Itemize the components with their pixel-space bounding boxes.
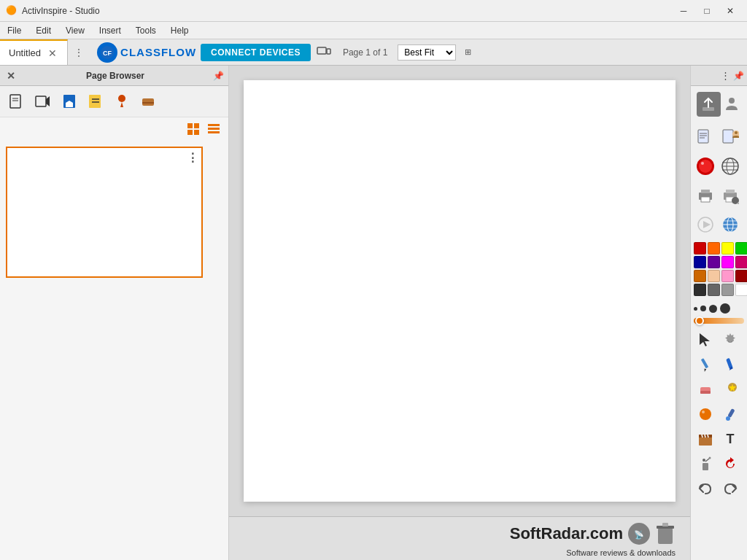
right-panel-header: ⋮ 📌 [691, 66, 747, 86]
list-view-button[interactable] [205, 120, 222, 138]
svg-marker-55 [703, 221, 711, 228]
device-icon [315, 44, 333, 61]
print-button[interactable] [694, 184, 717, 207]
dot-size-4[interactable] [720, 303, 730, 314]
eyedrop-tool[interactable] [719, 402, 742, 426]
color-lightpink[interactable] [721, 270, 734, 282]
color-row-3 [694, 270, 744, 282]
svg-rect-22 [208, 128, 220, 130]
menu-tools[interactable]: Tools [128, 22, 163, 39]
color-darkred[interactable] [735, 270, 747, 282]
undo-tool[interactable] [694, 477, 717, 500]
maximize-button[interactable]: □ [696, 4, 718, 18]
dot-size-1[interactable] [694, 307, 697, 311]
page-1-thumbnail[interactable]: ⋮ [6, 147, 203, 278]
minimize-button[interactable]: ─ [673, 4, 694, 18]
color-red[interactable] [694, 242, 706, 254]
opacity-slider[interactable] [694, 318, 744, 324]
menu-bar: File Edit View Insert Tools Help [0, 22, 747, 39]
ball-tool[interactable] [694, 402, 717, 426]
color-magenta[interactable] [721, 256, 734, 268]
rp-pin-icon[interactable]: 📌 [733, 71, 744, 81]
redo-tool[interactable] [719, 477, 742, 500]
settings-tool[interactable] [719, 328, 742, 351]
color-white[interactable] [735, 284, 747, 296]
color-brown[interactable] [694, 270, 706, 282]
play-button[interactable] [694, 213, 717, 236]
menu-help[interactable]: Help [163, 22, 196, 39]
tool-row-3 [694, 378, 744, 401]
tab-close-button[interactable]: ✕ [47, 47, 58, 59]
canvas-page[interactable] [244, 80, 676, 502]
marker-tool[interactable] [719, 353, 742, 376]
thumb-more-button[interactable]: ⋮ [187, 151, 198, 165]
color-yellow[interactable] [721, 242, 734, 254]
menu-file[interactable]: File [0, 22, 28, 39]
zoom-select[interactable]: Best Fit 50% 75% 100% 125% 150% [398, 44, 456, 61]
color-purple[interactable] [708, 256, 720, 268]
menu-view[interactable]: View [58, 22, 92, 39]
doc-icon[interactable] [694, 125, 717, 149]
tb-note[interactable] [83, 89, 108, 114]
svg-rect-21 [208, 124, 220, 126]
dot-size-2[interactable] [700, 306, 706, 311]
svg-rect-15 [142, 98, 154, 106]
magic-tool[interactable] [719, 378, 742, 401]
menu-insert[interactable]: Insert [92, 22, 128, 39]
page-browser-panel: ✕ Page Browser 📌 [0, 66, 229, 560]
svg-rect-75 [699, 437, 712, 446]
svg-point-71 [700, 408, 711, 420]
tab-more-button[interactable]: ⋮ [68, 39, 90, 65]
tb-bookmark[interactable] [57, 89, 82, 114]
svg-point-14 [118, 95, 125, 102]
svg-rect-19 [187, 130, 193, 135]
svg-rect-11 [89, 95, 101, 108]
color-orange[interactable] [708, 242, 720, 254]
tb-eraser-tool[interactable] [136, 89, 160, 114]
pen-tool[interactable] [694, 353, 717, 376]
person-doc-icon[interactable] [719, 125, 742, 149]
web-tool-button[interactable] [719, 155, 742, 178]
zoom-expand-icon[interactable]: ⊞ [460, 45, 475, 60]
tb-video[interactable] [31, 89, 55, 114]
red-tool-button[interactable] [694, 155, 717, 178]
color-darkblue[interactable] [694, 256, 706, 268]
page-browser-close[interactable]: ✕ [4, 69, 18, 82]
svg-point-30 [729, 98, 735, 104]
svg-line-79 [708, 435, 708, 438]
share-button[interactable] [697, 92, 721, 117]
thumbnail-area: ⋮ [0, 141, 228, 560]
tool-row-7 [694, 477, 744, 500]
close-button[interactable]: ✕ [719, 4, 741, 18]
cursor-tool[interactable] [694, 328, 717, 351]
rp-top-row [694, 89, 744, 120]
color-skin[interactable] [708, 270, 720, 282]
slider-thumb[interactable] [695, 316, 704, 325]
active-tab[interactable]: Untitled ✕ [0, 39, 68, 65]
page-browser-pin[interactable]: 📌 [213, 71, 224, 81]
spray-tool[interactable] [694, 452, 717, 475]
connect-devices-button[interactable]: CONNECT DEVICES [201, 44, 311, 61]
dot-size-3[interactable] [709, 305, 717, 313]
clapper-tool[interactable] [694, 427, 717, 451]
color-pink[interactable] [735, 256, 747, 268]
profile-button[interactable] [722, 92, 741, 115]
menu-edit[interactable]: Edit [28, 22, 58, 39]
color-gray[interactable] [721, 284, 734, 296]
eraser-tool[interactable] [694, 378, 717, 401]
right-panel: ⋮ 📌 [690, 66, 747, 560]
grid-view-button[interactable] [185, 120, 202, 138]
page-browser-title: Page Browser [20, 71, 210, 81]
refresh-tool[interactable] [719, 452, 742, 475]
print-preview-button[interactable] [719, 184, 742, 207]
globe-button[interactable] [719, 213, 742, 236]
text-tool[interactable]: T [719, 427, 742, 451]
tb-paint[interactable] [109, 89, 134, 114]
tb-new-page[interactable] [4, 89, 29, 114]
color-black[interactable] [694, 284, 706, 296]
svg-rect-73 [727, 408, 735, 418]
color-green[interactable] [735, 242, 747, 254]
color-darkgray[interactable] [708, 284, 720, 296]
svg-rect-50 [726, 190, 735, 193]
rp-more-icon[interactable]: ⋮ [721, 70, 730, 81]
